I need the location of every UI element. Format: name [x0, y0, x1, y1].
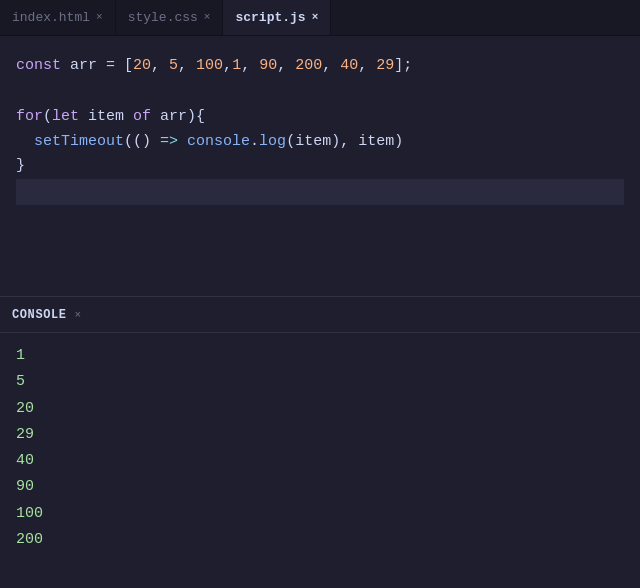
console-value-4: 40 — [16, 448, 624, 474]
tab-bar: index.html × style.css × script.js × — [0, 0, 640, 36]
code-line-3: for(let item of arr){ — [16, 105, 624, 130]
console-close-button[interactable]: × — [75, 309, 82, 321]
code-line-4: setTimeout(() => console.log(item), item… — [16, 130, 624, 155]
console-value-0: 1 — [16, 343, 624, 369]
cursor-line — [16, 179, 624, 205]
console-value-1: 5 — [16, 369, 624, 395]
tab-close-style[interactable]: × — [204, 12, 211, 23]
tab-close-script[interactable]: × — [312, 12, 319, 23]
tab-close-index[interactable]: × — [96, 12, 103, 23]
console-output: 1 5 20 29 40 90 100 200 — [0, 333, 640, 563]
console-value-7: 200 — [16, 527, 624, 553]
console-panel: CONSOLE × 1 5 20 29 40 90 100 200 — [0, 297, 640, 588]
tab-label-index: index.html — [12, 10, 90, 25]
console-value-2: 20 — [16, 396, 624, 422]
blank-line-1 — [16, 79, 624, 105]
tab-style-css[interactable]: style.css × — [116, 0, 224, 35]
code-line-5: } — [16, 154, 624, 179]
console-value-3: 29 — [16, 422, 624, 448]
console-label: CONSOLE — [12, 308, 67, 322]
code-line-1: const arr = [20, 5, 100,1, 90, 200, 40, … — [16, 54, 624, 79]
console-value-5: 90 — [16, 474, 624, 500]
console-value-6: 100 — [16, 501, 624, 527]
code-editor[interactable]: const arr = [20, 5, 100,1, 90, 200, 40, … — [0, 36, 640, 296]
tab-index-html[interactable]: index.html × — [0, 0, 116, 35]
console-header: CONSOLE × — [0, 297, 640, 333]
tab-label-script: script.js — [235, 10, 305, 25]
tab-label-style: style.css — [128, 10, 198, 25]
tab-script-js[interactable]: script.js × — [223, 0, 331, 35]
